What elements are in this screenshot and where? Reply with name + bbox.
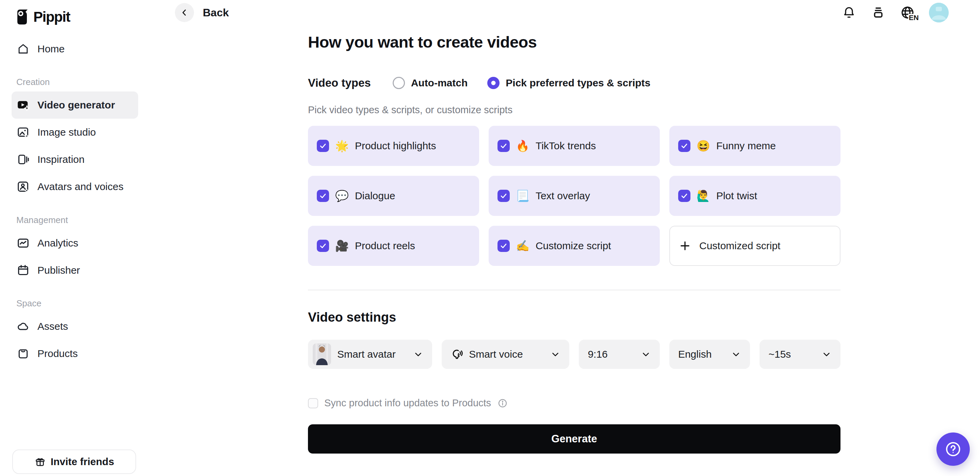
sidebar-item-label: Assets (37, 321, 68, 332)
back-label: Back (203, 6, 229, 19)
star-emoji: 🌟 (335, 140, 349, 151)
invite-friends-label: Invite friends (51, 456, 115, 468)
avatars-voices-icon (16, 180, 30, 194)
info-icon[interactable] (497, 398, 508, 409)
card-funny-meme[interactable]: 😆 Funny meme (669, 126, 840, 166)
avatar-thumbnail (313, 343, 331, 365)
user-avatar[interactable] (929, 3, 949, 22)
chevron-down-icon (821, 349, 832, 359)
image-studio-icon (16, 125, 30, 139)
video-types-row: Video types Auto-match Pick preferred ty… (308, 76, 840, 89)
analytics-icon (16, 236, 30, 250)
fire-emoji: 🔥 (516, 140, 530, 151)
publisher-icon (16, 263, 30, 277)
gift-icon (34, 456, 46, 468)
sidebar-item-avatars-and-voices[interactable]: Avatars and voices (11, 173, 138, 200)
checkbox-checked-icon[interactable] (317, 240, 329, 252)
notifications-bell-icon[interactable] (841, 5, 857, 21)
sidebar: Pippit Home Creation Video generator (0, 0, 150, 476)
sync-checkbox-unchecked[interactable] (308, 398, 318, 408)
card-plot-twist[interactable]: 🙋‍♂️ Plot twist (669, 176, 840, 216)
movie-camera-emoji: 🎥 (335, 240, 349, 251)
video-types-hint: Pick video types & scripts, or customize… (308, 105, 840, 116)
chevron-down-icon (731, 349, 741, 359)
chevron-down-icon (641, 349, 651, 359)
checkbox-checked-icon[interactable] (678, 190, 690, 202)
sidebar-item-image-studio[interactable]: Image studio (11, 119, 138, 146)
sidebar-section-creation: Creation (16, 77, 150, 87)
sidebar-item-label: Video generator (37, 99, 115, 111)
checkbox-checked-icon[interactable] (498, 140, 510, 152)
help-button[interactable] (937, 433, 970, 466)
inspiration-icon (16, 153, 30, 166)
sidebar-item-home[interactable]: Home (0, 38, 150, 60)
smart-voice-dropdown[interactable]: Smart voice (442, 340, 569, 369)
sidebar-section-management: Management (16, 215, 150, 225)
sidebar-item-assets[interactable]: Assets (11, 313, 138, 340)
sidebar-section-space: Space (16, 298, 150, 309)
chevron-down-icon (413, 349, 423, 359)
radio-auto-match[interactable]: Auto-match (393, 77, 468, 89)
card-product-highlights[interactable]: 🌟 Product highlights (308, 126, 479, 166)
topbar: Back EN (150, 0, 980, 25)
sidebar-item-label: Avatars and voices (37, 181, 124, 192)
language-globe-icon[interactable]: EN (900, 5, 915, 21)
video-settings-title: Video settings (308, 310, 840, 325)
video-generator-icon (16, 98, 30, 112)
sidebar-item-video-generator[interactable]: Video generator (11, 92, 138, 119)
sidebar-item-inspiration[interactable]: Inspiration (11, 146, 138, 173)
card-product-reels[interactable]: 🎥 Product reels (308, 226, 479, 266)
sidebar-item-label: Image studio (37, 127, 96, 138)
add-customized-script-button[interactable]: Customized script (669, 226, 840, 266)
card-customize-script[interactable]: ✍️ Customize script (488, 226, 660, 266)
card-tiktok-trends[interactable]: 🔥 TikTok trends (488, 126, 660, 166)
laughing-emoji: 😆 (697, 140, 710, 151)
page-emoji: 📃 (516, 190, 530, 201)
app-logo[interactable]: Pippit (16, 8, 150, 26)
chevron-down-icon (550, 349, 560, 359)
plus-icon (679, 240, 691, 252)
sidebar-item-analytics[interactable]: Analytics (11, 230, 138, 257)
video-types-label: Video types (308, 76, 371, 89)
topbar-icons: EN (841, 3, 949, 22)
chevron-left-icon[interactable] (175, 3, 194, 22)
person-raising-hand-emoji: 🙋‍♂️ (697, 190, 710, 201)
pippit-logo-icon (16, 9, 29, 25)
radio-circle-unselected[interactable] (393, 77, 405, 89)
radio-circle-selected[interactable] (487, 77, 500, 89)
sidebar-item-label: Inspiration (37, 154, 84, 165)
back-button[interactable]: Back (175, 3, 229, 22)
checkbox-checked-icon[interactable] (678, 140, 690, 152)
video-type-cards: 🌟 Product highlights 🔥 TikTok trends 😆 F… (308, 126, 840, 266)
sync-label: Sync product info updates to Products (324, 397, 491, 409)
aspect-ratio-dropdown[interactable]: 9:16 (579, 340, 660, 369)
sidebar-item-label: Home (37, 43, 65, 55)
smart-avatar-dropdown[interactable]: Smart avatar (308, 340, 432, 369)
voice-icon (450, 348, 463, 361)
checkbox-checked-icon[interactable] (317, 140, 329, 152)
card-text-overlay[interactable]: 📃 Text overlay (488, 176, 660, 216)
radio-pick-preferred[interactable]: Pick preferred types & scripts (487, 77, 650, 89)
workspace-drawer-icon[interactable] (870, 5, 886, 21)
checkbox-checked-icon[interactable] (498, 190, 510, 202)
sidebar-item-label: Products (37, 348, 78, 359)
sidebar-item-label: Analytics (37, 237, 78, 249)
duration-dropdown[interactable]: ~15s (759, 340, 840, 369)
checkbox-checked-icon[interactable] (498, 240, 510, 252)
home-icon (16, 42, 30, 56)
sidebar-item-label: Publisher (37, 265, 80, 276)
speech-balloon-emoji: 💬 (335, 190, 349, 201)
main-content: How you want to create videos Video type… (308, 33, 840, 454)
generate-button[interactable]: Generate (308, 424, 840, 454)
products-bag-icon (16, 347, 30, 360)
invite-friends-button[interactable]: Invite friends (12, 449, 136, 474)
sidebar-item-publisher[interactable]: Publisher (11, 257, 138, 284)
sidebar-item-products[interactable]: Products (11, 340, 138, 367)
sidebar-nav: Home Creation Video generator Image stud… (0, 38, 150, 367)
card-dialogue[interactable]: 💬 Dialogue (308, 176, 479, 216)
writing-hand-emoji: ✍️ (516, 240, 530, 251)
language-dropdown[interactable]: English (669, 340, 750, 369)
section-divider (308, 290, 840, 290)
sync-products-row: Sync product info updates to Products (308, 397, 840, 409)
checkbox-checked-icon[interactable] (317, 190, 329, 202)
